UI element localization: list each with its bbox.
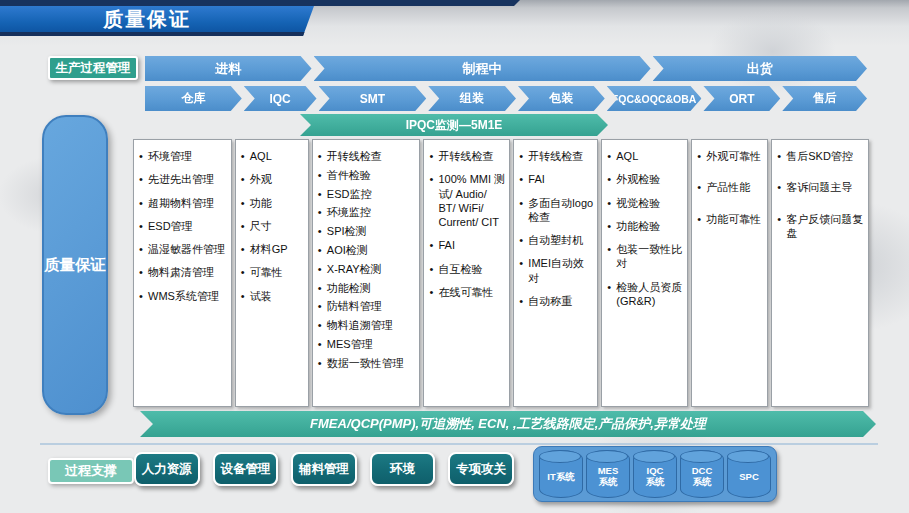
stage-arrow-row: 进料制程中出货 [145, 56, 867, 81]
support-button[interactable]: 设备管理 [213, 452, 279, 486]
list-item: FAI [517, 172, 594, 186]
list-item: 客户反馈问题复盘 [775, 212, 865, 241]
list-item: 自动塑封机 [517, 233, 594, 247]
column: 开转线检查FAI多面自动logo 检查自动塑封机IMEI自动效对自动称重 [513, 139, 598, 407]
column: 开转线检查首件检验ESD监控环境监控SPI检测AOI检测X-RAY检测功能检测防… [312, 139, 421, 407]
list-item: 防错料管理 [316, 299, 417, 313]
system-cylinder-label: MES 系统 [598, 466, 619, 488]
list-item: 在线可靠性 [427, 285, 506, 299]
step-arrow: SMT [319, 86, 427, 111]
column-list: 环境管理先进先出管理超期物料管理ESD管理温湿敏器件管理物料肃清管理WMS系统管… [137, 149, 228, 303]
list-item: 视觉检验 [605, 196, 684, 210]
column-list: 开转线检查FAI多面自动logo 检查自动塑封机IMEI自动效对自动称重 [517, 149, 594, 308]
ipqc-monitor-label: IPQC监测—5M1E [406, 117, 503, 134]
fmea-tools-arrow: FMEA/QCP(PMP),可追溯性, ECN, ,工艺线路限定,产品保护,异常… [140, 411, 876, 437]
bottom-divider [40, 443, 878, 445]
column: 环境管理先进先出管理超期物料管理ESD管理温湿敏器件管理物料肃清管理WMS系统管… [133, 139, 232, 407]
production-process-label: 生产过程管理 [48, 56, 138, 80]
step-arrow: 包装 [518, 86, 605, 111]
page-title: 质量保证 [103, 6, 191, 33]
fmea-tools-label: FMEA/QCP(PMP),可追溯性, ECN, ,工艺线路限定,产品保护,异常… [310, 415, 706, 433]
system-cylinder: IQC 系统 [633, 450, 677, 498]
qa-pill: 质量保证 [42, 115, 108, 415]
list-item: FAI [427, 238, 506, 252]
support-button[interactable]: 辅料管理 [291, 452, 357, 486]
column: 售后SKD管控客诉问题主导客户反馈问题复盘 [771, 139, 869, 407]
list-item: MES管理 [316, 337, 417, 351]
list-item: 先进先出管理 [137, 172, 228, 186]
list-item: 超期物料管理 [137, 196, 228, 210]
list-item: 首件检验 [316, 168, 417, 182]
column-list: 开转线检查首件检验ESD监控环境监控SPI检测AOI检测X-RAY检测功能检测防… [316, 149, 417, 370]
list-item: 材料GP [239, 242, 305, 256]
support-button[interactable]: 人力资源 [134, 452, 200, 486]
list-item: ESD管理 [137, 219, 228, 233]
list-item: 试装 [239, 289, 305, 303]
top-navy-strip [0, 0, 520, 6]
list-item: 外观 [239, 172, 305, 186]
list-item: ESD监控 [316, 187, 417, 201]
list-item: 售后SKD管控 [775, 149, 865, 163]
list-item: 可靠性 [239, 265, 305, 279]
list-item: 包装一致性比对 [605, 242, 684, 271]
list-item: 产品性能 [695, 180, 764, 194]
step-arrow: IQC [244, 86, 317, 111]
column-list: AQL外观检验视觉检验功能检验包装一致性比对检验人员资质 (GR&R) [605, 149, 684, 308]
list-item: 客诉问题主导 [775, 180, 865, 194]
list-item: 开转线检查 [517, 149, 594, 163]
list-item: 100% MMI 测试/ Audio/ BT/ WiFi/ Current/ C… [427, 172, 506, 229]
list-item: 多面自动logo 检查 [517, 196, 594, 225]
systems-panel: IT系统MES 系统IQC 系统DCC 系统SPC [533, 446, 777, 502]
list-item: 开转线检查 [316, 149, 417, 163]
column-list: 售后SKD管控客诉问题主导客户反馈问题复盘 [775, 149, 865, 240]
list-item: X-RAY检测 [316, 262, 417, 276]
column-list: 开转线检查100% MMI 测试/ Audio/ BT/ WiFi/ Curre… [427, 149, 506, 299]
column: AQL外观检验视觉检验功能检验包装一致性比对检验人员资质 (GR&R) [601, 139, 688, 407]
list-item: 检验人员资质 (GR&R) [605, 280, 684, 309]
step-arrow: 组装 [428, 86, 516, 111]
title-banner: 质量保证 [0, 6, 314, 36]
process-columns: 环境管理先进先出管理超期物料管理ESD管理温湿敏器件管理物料肃清管理WMS系统管… [133, 139, 869, 407]
list-item: WMS系统管理 [137, 289, 228, 303]
support-button-row: 人力资源设备管理辅料管理环境专项攻关 [134, 452, 514, 486]
list-item: SPI检测 [316, 224, 417, 238]
list-item: IMEI自动效对 [517, 256, 594, 285]
list-item: 温湿敏器件管理 [137, 242, 228, 256]
list-item: AQL [605, 149, 684, 163]
list-item: 物料追溯管理 [316, 318, 417, 332]
ipqc-monitor-arrow: IPQC监测—5M1E [300, 114, 608, 136]
column: 外观可靠性产品性能功能可靠性 [691, 139, 768, 407]
system-cylinder-label: IT系统 [547, 472, 574, 483]
stage-arrow: 制程中 [314, 56, 651, 81]
step-arrow: ORT [703, 86, 780, 111]
list-item: AOI检测 [316, 243, 417, 257]
system-cylinder-label: SPC [739, 472, 759, 483]
list-item: 功能 [239, 196, 305, 210]
list-item: 功能检验 [605, 219, 684, 233]
list-item: 自互检验 [427, 262, 506, 276]
system-cylinder-label: IQC 系统 [646, 466, 665, 488]
support-button[interactable]: 专项攻关 [448, 452, 514, 486]
system-cylinder: MES 系统 [586, 450, 630, 498]
system-cylinder: IT系统 [539, 450, 583, 498]
qa-pill-label: 质量保证 [44, 255, 106, 276]
list-item: 环境管理 [137, 149, 228, 163]
list-item: 功能检测 [316, 281, 417, 295]
column: AQL外观功能尺寸材料GP可靠性试装 [235, 139, 309, 407]
stage-arrow: 出货 [653, 56, 867, 81]
list-item: 外观检验 [605, 172, 684, 186]
slide-background: 质量保证 生产过程管理 进料制程中出货 仓库IQCSMT组装包装FQC&OQC&… [0, 0, 909, 513]
stage-arrow: 进料 [145, 56, 312, 81]
step-arrow: 仓库 [145, 86, 242, 111]
list-item: 功能可靠性 [695, 212, 764, 226]
list-item: 数据一致性管理 [316, 356, 417, 370]
list-item: 环境监控 [316, 205, 417, 219]
system-cylinder: DCC 系统 [680, 450, 724, 498]
support-button[interactable]: 环境 [370, 452, 436, 486]
list-item: 尺寸 [239, 219, 305, 233]
system-cylinder-label: DCC 系统 [692, 466, 713, 488]
list-item: AQL [239, 149, 305, 163]
system-cylinder: SPC [727, 450, 771, 498]
process-support-label: 过程支撑 [48, 458, 134, 484]
list-item: 开转线检查 [427, 149, 506, 163]
